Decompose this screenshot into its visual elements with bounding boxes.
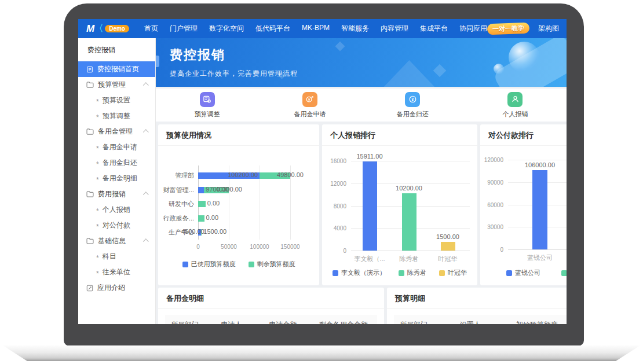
category-label: 李文毅（... <box>354 255 385 263</box>
legend-item[interactable]: 蓝 <box>561 269 567 277</box>
nav-item-内容管理[interactable]: 内容管理 <box>381 24 408 34</box>
budget-adjust-icon <box>200 92 215 107</box>
main-content: 费控报销 提高企业工作效率，完善费用管理流程 预算调整备用金申请备用金归还个人报… <box>156 38 567 324</box>
nav-item-首页[interactable]: 首页 <box>144 24 158 34</box>
sidebar-subitem-往来单位[interactable]: *往来单位 <box>78 264 155 280</box>
legend-label: 剩余预算额度 <box>257 260 295 269</box>
panel-budget-detail: 预算明细所属部门设置人初始预算额度 <box>387 288 567 324</box>
column-header: 设置人 <box>460 320 516 324</box>
category-label: 财富管理... <box>158 186 194 194</box>
table-header-row: 所属部门设置人初始预算额度 <box>394 315 567 324</box>
sidebar-subitem-个人报销[interactable]: *个人报销 <box>78 202 155 218</box>
promo-badge[interactable]: 一对一教学 <box>487 23 530 35</box>
sidebar-subitem-备用金归还[interactable]: *备用金归还 <box>78 155 155 171</box>
page-title: 费控报销 <box>170 46 567 64</box>
legend-item[interactable]: 叶冠华 <box>439 269 467 277</box>
y-tick-label: 120000 <box>480 157 503 163</box>
sidebar-item-备用金管理[interactable]: 备用金管理 <box>78 124 155 139</box>
sidebar-item-label: 对公付款 <box>103 220 130 230</box>
sidebar-item-label: 费用报销 <box>98 189 126 199</box>
sidebar-item-label: 预算管理 <box>98 80 126 90</box>
navbar-right: 一对一教学 架构图应用帮 <box>487 23 567 34</box>
logo-arrow-icon: 〈 <box>94 23 103 34</box>
doc-icon <box>86 66 93 73</box>
legend-item[interactable]: 蓝锐公司 <box>506 269 540 277</box>
bullet-icon: * <box>96 223 99 231</box>
logo-text: M <box>86 23 94 35</box>
column-header: 申请人 <box>221 320 269 324</box>
legend-swatch <box>249 262 254 267</box>
bullet-icon: * <box>96 254 99 262</box>
category-label: 管理部 <box>158 171 194 180</box>
y-tick-label: 8000 <box>322 203 346 209</box>
panel-personal-ranking: 个人报销排行040008000120001600015911.00李文毅（...… <box>322 124 477 285</box>
bullet-icon: * <box>96 207 99 215</box>
bar <box>532 170 547 249</box>
legend-swatch <box>561 270 567 276</box>
nav-item-智能服务[interactable]: 智能服务 <box>341 24 369 34</box>
panel-title: 对公付款排行 <box>488 131 534 139</box>
bar-value-label: 106000.00 <box>525 161 555 168</box>
nav-item-低代码平台[interactable]: 低代码平台 <box>255 24 290 34</box>
sidebar-subitem-科目[interactable]: *科目 <box>78 249 155 264</box>
sidebar-subitem-备用金明细[interactable]: *备用金明细 <box>78 171 155 186</box>
quick-action-label: 备用金申请 <box>294 110 326 119</box>
sidebar-item-应用介绍[interactable]: 应用介绍 <box>78 280 155 296</box>
sidebar-subitem-预算设置[interactable]: *预算设置 <box>78 93 155 108</box>
petty-cash-apply-icon <box>302 92 317 107</box>
nav-item-MK-BPM[interactable]: MK-BPM <box>302 24 330 34</box>
bar-value-label: 10200.00 <box>396 185 422 192</box>
sidebar-item-基础信息[interactable]: 基础信息 <box>78 233 155 249</box>
quick-action-label: 个人报销 <box>502 110 528 119</box>
bar-remaining <box>198 215 204 222</box>
vertical-bar-chart: 040008000120001600015911.00李文毅（...10200.… <box>322 146 477 285</box>
quick-action-备用金归还[interactable]: 备用金归还 <box>361 92 464 119</box>
sidebar-item-label: 备用金明细 <box>103 174 137 183</box>
nav-item-协同应用[interactable]: 协同应用 <box>459 24 487 34</box>
bar-value-label: 0.00 <box>206 214 218 221</box>
sidebar-subitem-对公付款[interactable]: *对公付款 <box>78 218 155 233</box>
gridline <box>351 251 470 251</box>
sidebar-subitem-预算调整[interactable]: *预算调整 <box>78 108 155 124</box>
panel-budget-usage: 预算使用情况050000100000150000管理部100200.004980… <box>158 124 319 285</box>
category-label: 叶冠华 <box>439 255 458 263</box>
nav-item-门户管理[interactable]: 门户管理 <box>170 24 198 34</box>
bar <box>363 161 377 251</box>
laptop-mockup: M〈 Demo 首页门户管理数字化空间低代码平台MK-BPM智能服务内容管理集成… <box>0 0 643 364</box>
panel-header: 个人报销排行 <box>322 124 477 146</box>
sidebar-title: 费控报销 <box>78 38 155 61</box>
quick-action-label: 预算调整 <box>195 110 220 119</box>
legend-item[interactable]: 已使用预算额度 <box>182 260 236 269</box>
quick-action-个人报销[interactable]: 个人报销 <box>464 92 567 119</box>
sidebar-item-费控报销首页[interactable]: 费控报销首页 <box>78 61 155 77</box>
charts-row: 预算使用情况050000100000150000管理部100200.004980… <box>158 124 567 285</box>
nav-item-架构图[interactable]: 架构图 <box>538 24 559 34</box>
bar-value-label: 15911.00 <box>356 153 382 160</box>
chevron-up-icon <box>143 82 149 88</box>
sidebar-item-label: 个人报销 <box>103 205 130 215</box>
bar-value-label: 1500.00 <box>436 233 459 240</box>
x-tick-label: 50000 <box>221 244 237 250</box>
panel-petty-cash-detail: 备用金明细所属部门申请人申请金额剩余备用金金额 <box>158 288 384 324</box>
tables-row: 备用金明细所属部门申请人申请金额剩余备用金金额预算明细所属部门设置人初始预算额度 <box>158 288 567 324</box>
brand-logo[interactable]: M〈 Demo <box>86 23 129 35</box>
quick-action-预算调整[interactable]: 预算调整 <box>156 92 258 119</box>
quick-action-备用金申请[interactable]: 备用金申请 <box>258 92 361 119</box>
nav-item-集成平台[interactable]: 集成平台 <box>420 24 448 34</box>
laptop-base <box>3 345 640 361</box>
chevron-up-icon <box>143 192 149 197</box>
sidebar-item-预算管理[interactable]: 预算管理 <box>78 77 155 93</box>
sidebar-subitem-备用金申请[interactable]: *备用金申请 <box>78 139 155 155</box>
quick-action-label: 备用金归还 <box>397 110 429 119</box>
legend-item[interactable]: 陈秀君 <box>399 269 426 277</box>
chart-legend: 已使用预算额度剩余预算额度 <box>158 260 319 269</box>
legend-item[interactable]: 李文毅（演示） <box>333 269 386 277</box>
nav-item-数字化空间[interactable]: 数字化空间 <box>209 24 244 34</box>
column-header: 申请金额 <box>269 320 320 324</box>
panel-header: 备用金明细 <box>158 288 384 309</box>
legend-item[interactable]: 剩余预算额度 <box>249 260 295 269</box>
legend-swatch <box>399 270 404 276</box>
bullet-icon: * <box>96 113 99 122</box>
sidebar-item-label: 备用金管理 <box>98 127 133 137</box>
sidebar-item-费用报销[interactable]: 费用报销 <box>78 186 155 202</box>
